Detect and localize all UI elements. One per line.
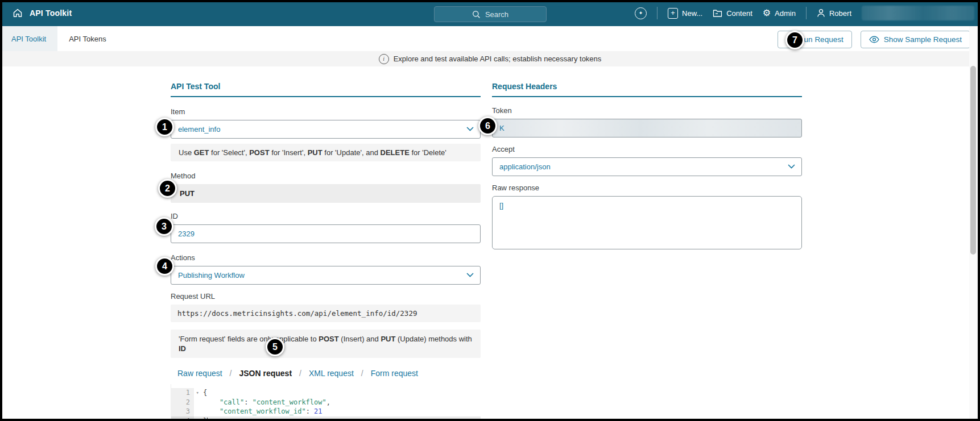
info-banner: i Explore and test available API calls; …	[0, 51, 980, 66]
request-tab-json[interactable]: JSON request	[239, 369, 292, 378]
id-label: ID	[171, 212, 481, 220]
token-input-value: K	[499, 124, 505, 132]
method-field: PUT	[171, 184, 481, 203]
step-badge-4: 4	[155, 257, 174, 276]
nav-divider	[806, 7, 807, 19]
step-badge-7: 7	[785, 31, 804, 49]
id-input-value: 2329	[178, 230, 195, 238]
assistant-sparkle-icon[interactable]: ✦	[635, 7, 647, 19]
code-line[interactable]: 2 "call": "content_workflow",	[171, 398, 481, 407]
request-url-value: https://docs.metricinsights.com/api/elem…	[171, 305, 481, 322]
new-menu[interactable]: + New...	[668, 8, 702, 19]
plus-icon: +	[668, 8, 678, 19]
search-icon	[472, 10, 481, 19]
search-input[interactable]: Search	[434, 6, 547, 22]
nav-divider	[657, 7, 658, 19]
home-icon[interactable]	[13, 8, 23, 18]
accept-label: Accept	[492, 145, 802, 153]
tab-separator: /	[361, 369, 363, 378]
tab-api-toolkit[interactable]: API Toolkit	[0, 26, 57, 51]
id-input[interactable]: 2329	[171, 224, 481, 243]
chevron-down-icon	[788, 164, 795, 169]
text-cursor	[207, 418, 208, 421]
content-menu-label: Content	[726, 9, 752, 18]
accept-select[interactable]: application/json	[492, 157, 802, 176]
user-menu[interactable]: Robert	[817, 9, 851, 18]
new-menu-label: New...	[682, 9, 702, 18]
info-banner-text: Explore and test available API calls; es…	[394, 55, 602, 63]
accept-select-value: application/json	[499, 162, 551, 171]
app-title: API Toolkit	[30, 9, 72, 18]
tab-separator: /	[230, 369, 232, 378]
item-label: Item	[171, 107, 481, 116]
request-tab-xml[interactable]: XML request	[309, 369, 354, 378]
code-line[interactable]: 3 "content_workflow_id": 21	[171, 407, 481, 416]
request-tab-form[interactable]: Form request	[371, 369, 418, 378]
scrollbar-thumb[interactable]	[970, 66, 976, 255]
chevron-down-icon	[466, 273, 474, 277]
tab-label: API Tokens	[69, 35, 106, 43]
eye-icon	[869, 36, 879, 43]
raw-response-label: Raw response	[492, 184, 802, 192]
api-test-tool-section: API Test Tool Item element_info Use GET …	[171, 82, 481, 421]
item-select-value: element_info	[178, 125, 220, 134]
code-line[interactable]: 1▾{	[171, 388, 481, 398]
token-input[interactable]: K	[492, 119, 802, 137]
user-menu-label: Robert	[829, 9, 851, 18]
gear-icon: ⚙	[763, 9, 771, 18]
request-headers-heading: Request Headers	[492, 82, 802, 97]
code-line[interactable]: 4}	[171, 416, 481, 421]
item-select[interactable]: element_info	[171, 120, 481, 139]
actions-label: Actions	[171, 253, 481, 262]
request-headers-section: Request Headers Token K Accept applicati…	[492, 82, 802, 249]
token-label: Token	[492, 106, 802, 115]
fold-arrow-icon[interactable]: ▾	[196, 388, 199, 398]
tab-label: API Toolkit	[11, 35, 46, 43]
step-badge-5: 5	[266, 337, 284, 356]
vertical-scrollbar	[969, 26, 978, 419]
page-tabbar: API Toolkit API Tokens ⚙⚙ Run Request Sh…	[0, 26, 980, 51]
folder-icon	[713, 9, 722, 18]
tab-api-tokens[interactable]: API Tokens	[57, 26, 118, 51]
user-icon	[817, 9, 825, 18]
step-badge-6: 6	[478, 116, 497, 135]
request-url-label: Request URL	[171, 292, 481, 301]
actions-select[interactable]: Publishing Workflow	[171, 266, 481, 285]
info-icon: i	[379, 54, 389, 64]
step-badge-1: 1	[155, 118, 174, 136]
top-navbar: API Toolkit Search ✦ + New... Content ⚙	[0, 0, 980, 26]
method-help-text: Use GET for 'Select', POST for 'Insert',…	[171, 144, 481, 161]
request-type-tabs: Raw request / JSON request / XML request…	[177, 369, 481, 378]
code-editor[interactable]: 1▾{2 "call": "content_workflow",3 "conte…	[171, 384, 481, 421]
actions-select-value: Publishing Workflow	[178, 271, 245, 280]
search-placeholder: Search	[485, 10, 508, 19]
api-test-tool-heading: API Test Tool	[171, 82, 481, 97]
api-toolkit-page: API Toolkit Search ✦ + New... Content ⚙	[0, 0, 980, 421]
step-badge-3: 3	[155, 217, 173, 236]
request-tab-raw[interactable]: Raw request	[177, 369, 222, 378]
tab-separator: /	[299, 369, 301, 378]
show-sample-request-button[interactable]: Show Sample Request	[861, 31, 970, 48]
step-badge-2: 2	[158, 179, 177, 198]
admin-menu-label: Admin	[775, 9, 796, 18]
admin-menu[interactable]: ⚙ Admin	[763, 9, 796, 18]
method-label: Method	[171, 172, 481, 180]
chevron-down-icon	[466, 127, 474, 131]
raw-response-value: []	[499, 201, 503, 210]
form-request-note: 'Form request' fields are only applicabl…	[171, 330, 481, 358]
redacted-user-info	[862, 6, 974, 20]
show-sample-request-label: Show Sample Request	[884, 35, 962, 44]
content-menu[interactable]: Content	[713, 9, 752, 18]
run-request-label: Run Request	[799, 35, 843, 44]
method-value: PUT	[180, 189, 195, 198]
raw-response-textarea[interactable]: []	[492, 196, 802, 249]
